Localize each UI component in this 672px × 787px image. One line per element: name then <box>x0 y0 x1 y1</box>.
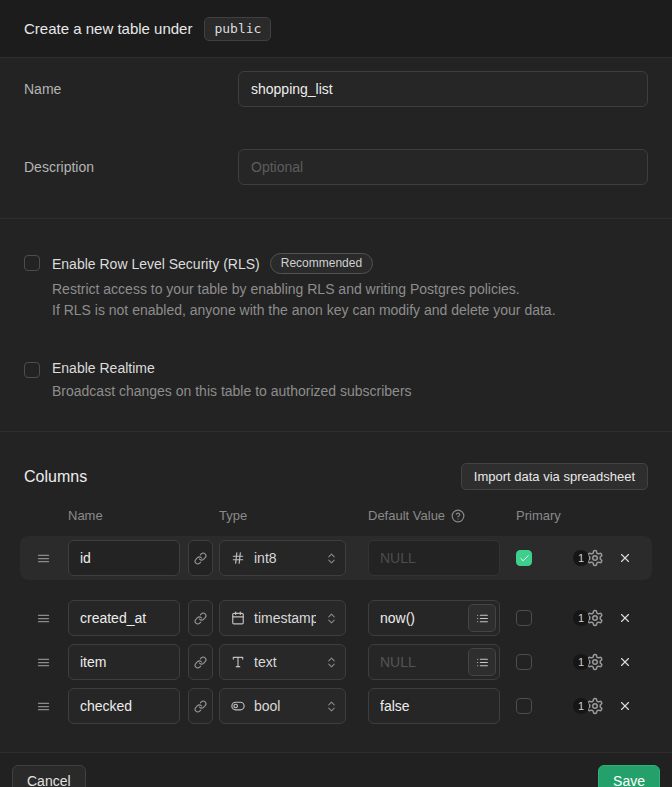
default-value-picker-button[interactable] <box>468 604 496 632</box>
text-type-icon <box>231 655 245 669</box>
column-default-input <box>368 540 500 576</box>
remove-column-button[interactable] <box>618 655 632 669</box>
calendar-icon <box>231 611 245 625</box>
column-type-select[interactable]: timestamptz <box>219 600 346 636</box>
header-primary: Primary <box>516 508 561 523</box>
realtime-label: Enable Realtime <box>52 360 155 376</box>
toggles-section: Enable Row Level Security (RLS) Recommen… <box>0 219 672 432</box>
foreign-key-button[interactable] <box>188 600 213 636</box>
schema-badge: public <box>204 17 271 41</box>
table-description-input[interactable] <box>238 149 648 185</box>
hash-icon <box>231 551 245 565</box>
rls-description-line1: Restrict access to your table by enablin… <box>52 279 556 300</box>
columns-title: Columns <box>24 468 87 486</box>
name-label: Name <box>24 71 238 107</box>
rls-label: Enable Row Level Security (RLS) <box>52 256 260 272</box>
table-name-input[interactable] <box>238 71 648 107</box>
column-name-input[interactable] <box>68 688 180 724</box>
settings-count-badge: 1 <box>573 654 589 670</box>
chevron-updown-icon <box>325 656 338 669</box>
close-icon <box>618 699 632 713</box>
drag-handle-icon[interactable] <box>36 699 52 714</box>
column-row-id: int8 1 <box>20 536 652 580</box>
column-default-input[interactable] <box>368 688 500 724</box>
column-name-input[interactable] <box>68 540 180 576</box>
primary-checkbox[interactable] <box>516 654 532 670</box>
realtime-toggle-row: Enable Realtime Broadcast changes on thi… <box>24 360 648 402</box>
rls-description-line2: If RLS is not enabled, anyone with the a… <box>52 300 556 321</box>
settings-count-badge: 1 <box>573 550 589 566</box>
link-icon <box>194 612 207 625</box>
header-default-value: Default Value <box>368 508 445 523</box>
cancel-button[interactable]: Cancel <box>12 765 86 787</box>
import-spreadsheet-button[interactable]: Import data via spreadsheet <box>461 463 648 490</box>
chevron-updown-icon <box>325 552 338 565</box>
column-row-checked: bool 1 <box>20 688 652 724</box>
columns-section: Columns Import data via spreadsheet Name… <box>0 432 672 752</box>
drag-handle-icon[interactable] <box>36 551 52 566</box>
column-type-select[interactable]: text <box>219 644 346 680</box>
table-meta-section: Name Description <box>0 58 672 219</box>
toggle-icon <box>231 699 245 713</box>
panel-header: Create a new table under public <box>0 0 672 58</box>
link-icon <box>194 552 207 565</box>
column-row-item: text 1 <box>20 644 652 680</box>
chevron-updown-icon <box>325 700 338 713</box>
panel-title: Create a new table under <box>24 20 192 37</box>
check-icon <box>519 553 530 564</box>
description-row: Description <box>24 149 648 185</box>
column-type-select[interactable]: int8 <box>219 540 346 576</box>
recommended-badge: Recommended <box>270 253 373 274</box>
column-settings-button[interactable]: 1 <box>573 697 604 715</box>
columns-table-header: Name Type Default Value Primary <box>20 508 652 523</box>
foreign-key-button[interactable] <box>188 540 213 576</box>
column-settings-button[interactable]: 1 <box>573 549 604 567</box>
close-icon <box>618 655 632 669</box>
column-type-select[interactable]: bool <box>219 688 346 724</box>
header-type: Type <box>219 508 368 523</box>
description-label: Description <box>24 149 238 185</box>
link-icon <box>194 700 207 713</box>
primary-checkbox[interactable] <box>516 698 532 714</box>
column-row-created-at: timestamptz 1 <box>20 600 652 636</box>
settings-count-badge: 1 <box>573 698 589 714</box>
drag-handle-icon[interactable] <box>36 655 52 670</box>
save-button[interactable]: Save <box>598 765 660 787</box>
panel-footer: Cancel Save <box>0 752 672 787</box>
realtime-description: Broadcast changes on this table to autho… <box>52 381 412 402</box>
chevron-updown-icon <box>325 612 338 625</box>
help-circle-icon[interactable] <box>451 509 465 523</box>
column-name-input[interactable] <box>68 644 180 680</box>
remove-column-button[interactable] <box>618 611 632 625</box>
close-icon <box>618 551 632 565</box>
drag-handle-icon[interactable] <box>36 611 52 626</box>
column-settings-button[interactable]: 1 <box>573 609 604 627</box>
foreign-key-button[interactable] <box>188 644 213 680</box>
foreign-key-button[interactable] <box>188 688 213 724</box>
remove-column-button[interactable] <box>618 699 632 713</box>
list-icon <box>476 656 489 669</box>
settings-count-badge: 1 <box>573 610 589 626</box>
column-name-input[interactable] <box>68 600 180 636</box>
primary-checkbox[interactable] <box>516 550 532 566</box>
name-row: Name <box>24 71 648 107</box>
realtime-checkbox[interactable] <box>24 362 40 378</box>
list-icon <box>476 612 489 625</box>
remove-column-button[interactable] <box>618 551 632 565</box>
header-name: Name <box>68 508 219 523</box>
rls-checkbox[interactable] <box>24 255 40 271</box>
default-value-picker-button[interactable] <box>468 648 496 676</box>
link-icon <box>194 656 207 669</box>
primary-checkbox[interactable] <box>516 610 532 626</box>
column-settings-button[interactable]: 1 <box>573 653 604 671</box>
close-icon <box>618 611 632 625</box>
create-table-panel: Create a new table under public Name Des… <box>0 0 672 787</box>
rls-toggle-row: Enable Row Level Security (RLS) Recommen… <box>24 253 648 321</box>
